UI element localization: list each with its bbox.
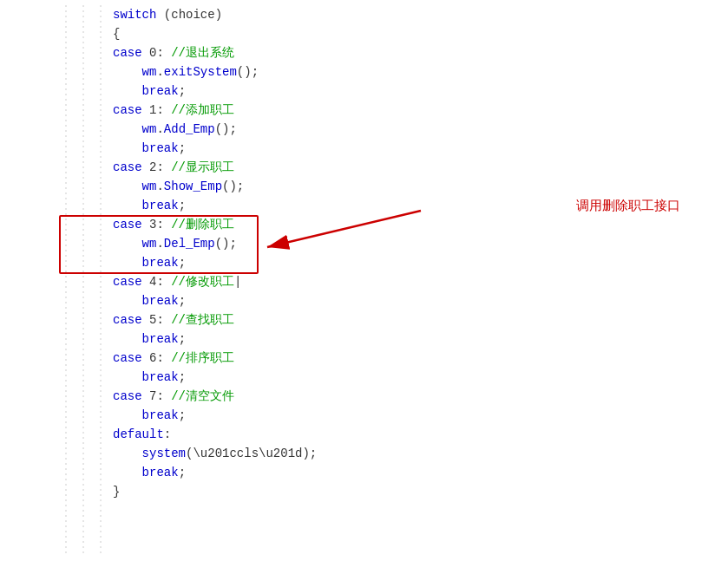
code-line-9: case 2: //显示职工: [61, 158, 728, 177]
code-line-4: wm.exitSystem();: [61, 62, 728, 82]
code-line-25: break;: [61, 463, 728, 482]
code-line-16: break;: [61, 291, 728, 310]
code-line-20: break;: [61, 368, 728, 387]
code-line-22: break;: [61, 406, 728, 425]
code-line-26: }: [61, 482, 728, 501]
code-line-23: default:: [61, 425, 728, 444]
code-line-18: break;: [61, 329, 728, 349]
code-line-3: case 0: //退出系统: [61, 43, 728, 62]
code-line-8: break;: [61, 139, 728, 158]
code-line-2: {: [61, 24, 728, 43]
code-line-21: case 7: //清空文件: [61, 387, 728, 406]
code-line-10: wm.Show_Emp();: [61, 177, 728, 196]
code-line-24: system(\u201ccls\u201d);: [61, 444, 728, 463]
code-line-14: break;: [61, 253, 728, 272]
code-line-17: case 5: //查找职工: [61, 310, 728, 329]
code-line-19: case 6: //排序职工: [61, 349, 728, 368]
code-line-5: break;: [61, 82, 728, 101]
code-line-12: case 3: //删除职工: [61, 215, 728, 234]
code-line-6: case 1: //添加职工: [61, 101, 728, 120]
code-line-15: case 4: //修改职工|: [61, 272, 728, 291]
code-line-7: wm.Add_Emp();: [61, 120, 728, 139]
annotation-text: 调用删除职工接口: [576, 198, 680, 214]
code-line-1: switch (choice): [61, 5, 728, 24]
code-line-13: wm.Del_Emp();: [61, 234, 728, 253]
code-editor: switch (choice) { case 0: //退出系统 wm.exit…: [0, 0, 728, 561]
